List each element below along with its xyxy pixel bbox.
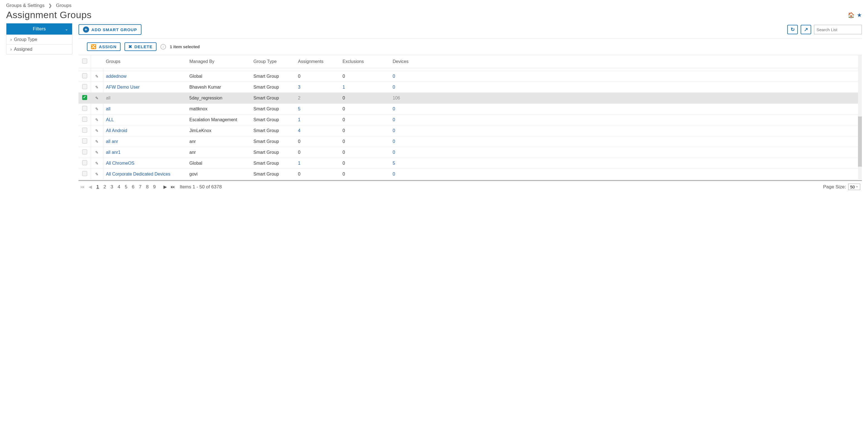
devices-value[interactable]: 0: [393, 139, 395, 144]
managed-by-value: Global: [189, 161, 202, 165]
chevron-right-icon: ❯: [49, 3, 52, 8]
breadcrumb-leaf[interactable]: Groups: [56, 3, 71, 8]
home-icon[interactable]: 🏠: [848, 12, 855, 19]
edit-icon[interactable]: ✎: [95, 85, 99, 89]
table-row: ✎all anr1anrSmart Group000: [79, 147, 862, 158]
page-number[interactable]: 2: [103, 184, 106, 189]
assignments-value[interactable]: 3: [298, 85, 301, 89]
row-checkbox[interactable]: [82, 95, 87, 100]
prev-page-button[interactable]: ◀: [89, 184, 92, 189]
col-devices[interactable]: Devices: [390, 55, 862, 68]
devices-value[interactable]: 0: [393, 74, 395, 79]
edit-icon[interactable]: ✎: [95, 172, 99, 176]
page-number[interactable]: 4: [117, 184, 121, 189]
managed-by-value: anr: [189, 150, 196, 155]
edit-icon[interactable]: ✎: [95, 128, 99, 133]
page-size-select[interactable]: 50: [848, 184, 860, 190]
group-name-link[interactable]: all: [106, 107, 111, 111]
managed-by-value: JimLeKnox: [189, 128, 211, 133]
edit-icon[interactable]: ✎: [95, 96, 99, 100]
edit-icon[interactable]: ✎: [95, 161, 99, 165]
edit-icon[interactable]: ✎: [95, 74, 99, 79]
filters-sidebar: Filters ⌄ Group Type Assigned: [6, 23, 72, 54]
scrollbar-thumb[interactable]: [858, 117, 862, 167]
edit-icon[interactable]: ✎: [95, 139, 99, 144]
group-name-link[interactable]: All Android: [106, 128, 128, 133]
exclusions-value: 0: [343, 117, 345, 122]
row-checkbox[interactable]: [82, 106, 87, 111]
breadcrumb-root[interactable]: Groups & Settings: [6, 3, 44, 8]
row-checkbox[interactable]: [82, 160, 87, 165]
assignments-value[interactable]: 1: [298, 161, 301, 165]
row-checkbox[interactable]: [82, 128, 87, 133]
edit-icon[interactable]: ✎: [95, 150, 99, 155]
assignments-value: 0: [298, 172, 301, 176]
devices-value[interactable]: 5: [393, 161, 395, 165]
group-type-value: Smart Group: [253, 117, 279, 122]
row-checkbox[interactable]: [82, 84, 87, 89]
sidebar-item-assigned[interactable]: Assigned: [6, 44, 72, 54]
edit-icon[interactable]: ✎: [95, 118, 99, 122]
group-name-link[interactable]: All Corporate Dedicated Devices: [106, 172, 170, 176]
col-groups[interactable]: Groups: [103, 55, 187, 68]
search-input[interactable]: [814, 25, 862, 34]
page-number[interactable]: 3: [110, 184, 114, 189]
group-name-link[interactable]: addednow: [106, 74, 127, 79]
row-checkbox[interactable]: [82, 171, 87, 176]
row-checkbox[interactable]: [82, 73, 87, 78]
page-number[interactable]: 7: [138, 184, 142, 189]
next-page-button[interactable]: ▶: [163, 184, 167, 189]
filters-header[interactable]: Filters ⌄: [6, 23, 72, 35]
row-checkbox[interactable]: [82, 117, 87, 122]
page-number[interactable]: 6: [131, 184, 135, 189]
col-group-type[interactable]: Group Type: [251, 55, 295, 68]
exclusions-value[interactable]: 1: [343, 85, 345, 89]
add-smart-group-button[interactable]: + ADD SMART GROUP: [79, 24, 142, 35]
sidebar-item-label: Assigned: [14, 47, 32, 52]
selection-count: 1 item selected: [170, 44, 200, 49]
first-page-button[interactable]: ⏮: [80, 184, 85, 189]
assignments-value[interactable]: 4: [298, 128, 301, 133]
star-icon[interactable]: ★: [857, 12, 862, 19]
col-managed-by[interactable]: Managed By: [187, 55, 251, 68]
devices-value[interactable]: 0: [393, 85, 395, 89]
group-name-link[interactable]: all anr: [106, 139, 118, 144]
select-all-checkbox[interactable]: [82, 59, 87, 63]
sidebar-item-group-type[interactable]: Group Type: [6, 35, 72, 44]
edit-icon[interactable]: ✎: [95, 107, 99, 111]
info-icon: i: [160, 44, 166, 50]
assignments-value[interactable]: 5: [298, 107, 301, 111]
devices-value[interactable]: 0: [393, 172, 395, 176]
devices-value[interactable]: 0: [393, 150, 395, 155]
row-checkbox[interactable]: [82, 149, 87, 154]
devices-value[interactable]: 106: [393, 96, 400, 100]
group-name-link[interactable]: all anr1: [106, 150, 121, 155]
col-exclusions[interactable]: Exclusions: [340, 55, 390, 68]
group-name-link[interactable]: All ChromeOS: [106, 161, 134, 165]
devices-value[interactable]: 0: [393, 128, 395, 133]
page-number[interactable]: 5: [124, 184, 128, 189]
assign-button[interactable]: 🔀 ASSIGN: [87, 42, 121, 51]
delete-button[interactable]: ✖ DELETE: [124, 42, 156, 51]
group-name-link[interactable]: all: [106, 96, 111, 100]
table-row: ✎all5day_regressionSmart Group20106: [79, 93, 862, 104]
row-checkbox[interactable]: [82, 139, 87, 144]
group-name-link[interactable]: ALL: [106, 117, 114, 122]
page-number[interactable]: 8: [145, 184, 149, 189]
refresh-button[interactable]: ↻: [787, 25, 798, 34]
table-row: ✎allmattknoxSmart Group500: [79, 104, 862, 115]
managed-by-value: Escalation Management: [189, 117, 237, 122]
page-number[interactable]: 1: [96, 184, 99, 189]
export-button[interactable]: ↗: [801, 25, 811, 34]
last-page-button[interactable]: ⏭: [171, 184, 175, 189]
assignments-value[interactable]: 1: [298, 117, 301, 122]
assignments-value[interactable]: 2: [298, 96, 301, 100]
devices-value[interactable]: 0: [393, 107, 395, 111]
col-assignments[interactable]: Assignments: [295, 55, 340, 68]
devices-value[interactable]: 0: [393, 117, 395, 122]
page-number[interactable]: 9: [153, 184, 156, 189]
group-name-link[interactable]: AFW Demo User: [106, 85, 140, 89]
refresh-icon: ↻: [790, 27, 795, 33]
exclusions-value: 0: [343, 96, 345, 100]
table-row: ✎AFW Demo UserBhavesh KumarSmart Group31…: [79, 82, 862, 93]
